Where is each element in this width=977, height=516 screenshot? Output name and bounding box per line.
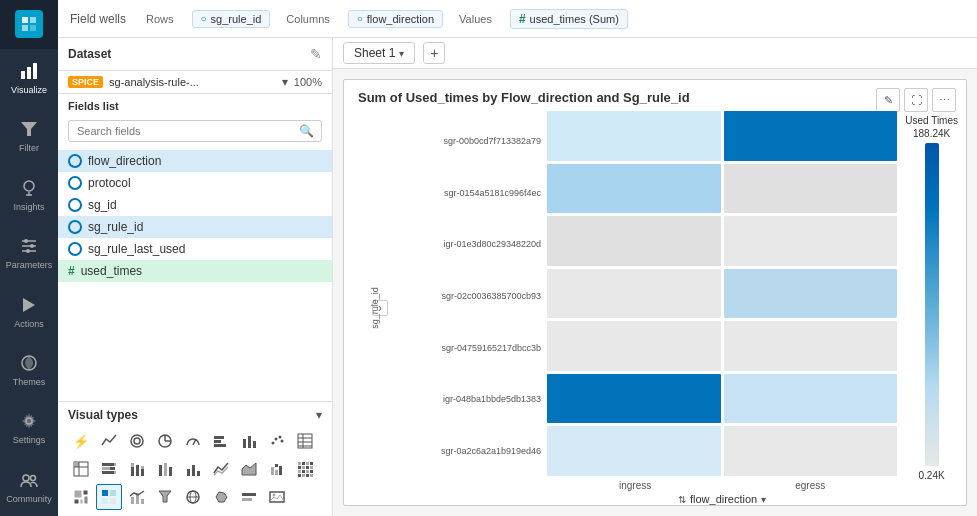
field-item-sg-rule-last-used[interactable]: sg_rule_last_used: [58, 238, 332, 260]
chart-menu-button[interactable]: ⋯: [932, 88, 956, 112]
grid-col-area: ingress egress ⇅ flow_direction ▾: [547, 111, 897, 505]
vt-scatter[interactable]: [264, 428, 290, 454]
sidebar-item-settings[interactable]: Settings: [0, 399, 58, 457]
vt-gauge[interactable]: [180, 428, 206, 454]
vt-pie[interactable]: [152, 428, 178, 454]
vt-bar-v2[interactable]: [124, 456, 150, 482]
y-axis-label: sg_rule_id: [370, 287, 380, 329]
vt-bar-h2[interactable]: [96, 456, 122, 482]
svg-point-23: [134, 438, 140, 444]
vt-donut[interactable]: [124, 428, 150, 454]
svg-rect-4: [21, 71, 25, 79]
columns-pill[interactable]: ○ flow_direction: [348, 10, 443, 28]
rows-pill[interactable]: ○ sg_rule_id: [192, 10, 271, 28]
x-axis-sort-icon[interactable]: ⇅: [678, 494, 686, 505]
vt-bar-v[interactable]: [236, 428, 262, 454]
col-label-1: egress: [795, 480, 825, 491]
sidebar-item-parameters[interactable]: Parameters: [0, 224, 58, 282]
vt-heatmap[interactable]: [96, 484, 122, 510]
sidebar-item-insights[interactable]: Insights: [0, 166, 58, 224]
vt-treemap[interactable]: [68, 484, 94, 510]
vt-combo[interactable]: [124, 484, 150, 510]
left-panel: Dataset ✎ SPICE sg-analysis-rule-... ▾ 1…: [58, 38, 333, 516]
sidebar-item-parameters-label: Parameters: [6, 260, 53, 270]
x-axis-label: flow_direction: [690, 493, 757, 505]
svg-rect-54: [131, 463, 134, 467]
visual-types-section: Visual types ▾ ⚡: [58, 401, 332, 516]
field-name: sg_id: [88, 198, 117, 212]
vt-image[interactable]: [264, 484, 290, 510]
row-label-6: sgr-0a2c6a2a1b919ed46: [392, 446, 541, 456]
vt-kpi[interactable]: [236, 484, 262, 510]
row-label-3: sgr-02c0036385700cb93: [392, 291, 541, 301]
svg-rect-81: [302, 474, 305, 477]
svg-rect-30: [214, 444, 226, 447]
svg-point-8: [24, 181, 34, 191]
field-item-sg-rule-id[interactable]: sg_rule_id: [58, 216, 332, 238]
x-axis-chevron[interactable]: ▾: [761, 494, 766, 505]
svg-rect-3: [30, 25, 36, 31]
svg-marker-7: [21, 122, 37, 136]
sidebar-item-themes[interactable]: Themes: [0, 341, 58, 399]
sidebar-item-community[interactable]: Community: [0, 458, 58, 516]
field-item-flow-direction[interactable]: flow_direction: [58, 150, 332, 172]
search-fields-input[interactable]: [68, 120, 322, 142]
vt-table[interactable]: [292, 428, 318, 454]
values-pill-icon: #: [519, 12, 526, 26]
vt-bar-v4[interactable]: [180, 456, 206, 482]
vt-geo[interactable]: [180, 484, 206, 510]
vt-bar-h[interactable]: [208, 428, 234, 454]
sheet-tab-1[interactable]: Sheet 1 ▾: [343, 42, 415, 64]
sheet-add-button[interactable]: +: [423, 42, 445, 64]
svg-point-14: [24, 239, 28, 243]
sidebar-item-filter-label: Filter: [19, 143, 39, 153]
vt-bolt[interactable]: ⚡: [68, 428, 94, 454]
visual-types-collapse-icon[interactable]: ▾: [316, 408, 322, 422]
dataset-edit-icon[interactable]: ✎: [310, 46, 322, 62]
field-item-used-times[interactable]: # used_times: [58, 260, 332, 282]
vt-pivot[interactable]: [68, 456, 94, 482]
cell-1-1: [724, 164, 898, 214]
legend-min: 0.24K: [919, 470, 945, 481]
values-pill[interactable]: # used_times (Sum): [510, 9, 628, 29]
svg-point-22: [131, 435, 143, 447]
vt-area[interactable]: [236, 456, 262, 482]
cell-2-0: [547, 216, 721, 266]
svg-rect-90: [110, 490, 116, 496]
svg-point-36: [279, 436, 282, 439]
sidebar-item-filter[interactable]: Filter: [0, 107, 58, 165]
svg-rect-76: [298, 470, 301, 473]
main-panel: Field wells Rows ○ sg_rule_id Columns ○ …: [58, 0, 977, 516]
vt-funnel[interactable]: [152, 484, 178, 510]
field-item-sg-id[interactable]: sg_id: [58, 194, 332, 216]
sidebar-item-settings-label: Settings: [13, 435, 46, 445]
chart-edit-button[interactable]: ✎: [876, 88, 900, 112]
svg-rect-79: [310, 470, 313, 473]
vt-bar-v3[interactable]: [152, 456, 178, 482]
svg-rect-71: [310, 462, 313, 465]
svg-rect-89: [102, 490, 108, 496]
search-icon: 🔍: [299, 124, 314, 138]
svg-rect-69: [302, 462, 305, 465]
svg-rect-2: [22, 25, 28, 31]
svg-rect-53: [131, 467, 134, 476]
field-dimension-icon: [68, 176, 82, 190]
vt-filled-map[interactable]: [208, 484, 234, 510]
dataset-dropdown-icon[interactable]: ▾: [282, 75, 288, 89]
svg-rect-5: [27, 67, 31, 79]
chart-expand-button[interactable]: ⛶: [904, 88, 928, 112]
svg-rect-82: [306, 474, 309, 477]
row-label-1: sgr-0154a5181c996f4ec: [392, 188, 541, 198]
field-name: protocol: [88, 176, 131, 190]
vt-heatmap-dense[interactable]: [292, 456, 318, 482]
vt-line[interactable]: [96, 428, 122, 454]
vt-multiline[interactable]: [208, 456, 234, 482]
field-item-protocol[interactable]: protocol: [58, 172, 332, 194]
svg-rect-77: [302, 470, 305, 473]
vt-waterfall[interactable]: [264, 456, 290, 482]
svg-point-102: [273, 494, 276, 497]
svg-rect-67: [279, 466, 282, 475]
sidebar-item-actions[interactable]: Actions: [0, 282, 58, 340]
sidebar-item-visualize-label: Visualize: [11, 85, 47, 95]
sidebar-item-visualize[interactable]: Visualize: [0, 49, 58, 107]
